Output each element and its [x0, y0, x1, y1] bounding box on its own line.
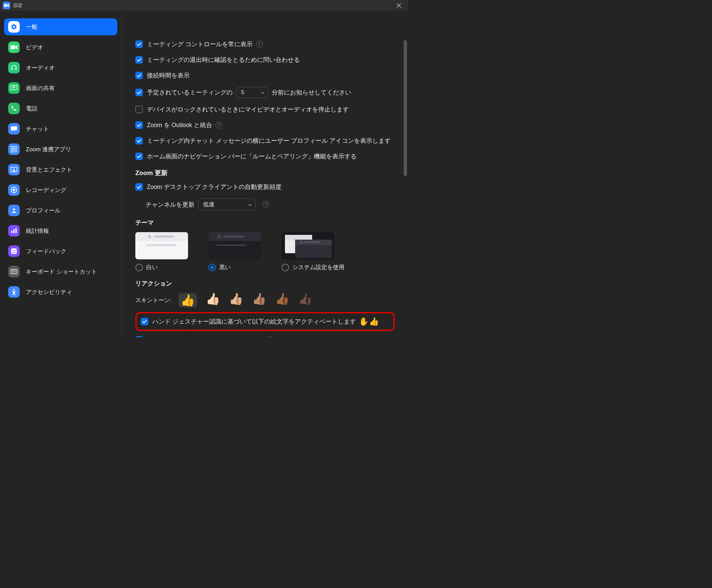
skintone-option-3[interactable]: 👍🏽 — [252, 293, 266, 307]
chat-icon — [8, 123, 20, 135]
sidebar-item-profile[interactable]: プロフィール — [4, 202, 117, 219]
svg-rect-29 — [13, 272, 15, 272]
sidebar-item-label: ビデオ — [26, 44, 43, 51]
checkbox-icon[interactable] — [135, 336, 143, 337]
theme-option-dark[interactable]: 黒い — [208, 232, 261, 271]
content-area: ミーティング コントロールを常に表示 ? ミーティングの退出時に確認をとるために… — [122, 11, 408, 337]
sidebar-item-label: 統計情報 — [26, 227, 49, 235]
close-button[interactable] — [392, 0, 406, 11]
help-icon[interactable]: ? — [216, 122, 222, 128]
checkbox-icon[interactable] — [135, 153, 143, 160]
option-hand-gesture-highlighted[interactable]: ハンド ジェスチャー認識に基づいて以下の絵文字をアクティベートします ✋👍 — [135, 312, 395, 331]
sidebar-item-phone[interactable]: 電話 — [4, 100, 117, 117]
option-chat-profile-icon[interactable]: ミーティング内チャット メッセージの横にユーザー プロフィール アイコンを表示し… — [135, 137, 395, 145]
sidebar-item-apps[interactable]: Zoom 連携アプリ — [4, 141, 117, 158]
sidebar-item-statistics[interactable]: 統計情報 — [4, 222, 117, 239]
titlebar-title: 設定 — [14, 2, 22, 8]
option-stop-av-when-locked[interactable]: デバイスがロックされているときにマイビデオとオーディオを停止します — [135, 105, 395, 114]
option-show-connected-time[interactable]: 接続時間を表示 — [135, 71, 395, 80]
theme-option-light[interactable]: 白い — [135, 232, 188, 271]
skintone-option-4[interactable]: 👍🏾 — [275, 293, 289, 307]
sidebar-item-background[interactable]: 背景とエフェクト — [4, 161, 117, 178]
sidebar-item-video[interactable]: ビデオ — [4, 39, 117, 56]
sidebar-item-label: 画面の共有 — [26, 84, 55, 92]
theme-label: 黒い — [219, 263, 231, 271]
svg-rect-18 — [13, 229, 15, 234]
help-icon[interactable]: ? — [267, 336, 273, 337]
option-reactions-above-toolbar[interactable]: ツールバーの上にリアクションを表示する ? — [135, 336, 395, 337]
sidebar-item-label: プロフィール — [26, 207, 61, 214]
phone-icon — [8, 103, 20, 114]
theme-option-system[interactable]: システム設定を使用 — [282, 232, 344, 271]
checkbox-icon[interactable] — [135, 121, 143, 129]
update-channel-select[interactable]: 低速 — [198, 198, 256, 210]
svg-rect-20 — [11, 248, 17, 254]
svg-point-21 — [13, 250, 14, 251]
sidebar-item-keyboard[interactable]: キーボード ショートカット — [4, 263, 117, 280]
option-remind-before-meeting[interactable]: 予定されているミーティングの 5 分前にお知らせしてください — [135, 87, 395, 98]
help-icon[interactable]: ? — [256, 41, 263, 48]
help-icon[interactable]: ? — [262, 201, 269, 208]
option-confirm-leave[interactable]: ミーティングの退出時に確認をとるために問い合わせる — [135, 56, 395, 64]
option-auto-update[interactable]: Zoom デスクトップ クライアントの自動更新頻度 — [135, 183, 395, 191]
option-outlook-integration[interactable]: Zoom を Outlook と統合 ? — [135, 121, 395, 129]
svg-rect-48 — [304, 241, 320, 243]
sidebar-item-recording[interactable]: レコーディング — [4, 181, 117, 198]
svg-rect-19 — [15, 228, 17, 233]
sidebar-item-general[interactable]: 一般 — [4, 18, 117, 35]
select-value: 5 — [241, 89, 244, 96]
skintone-row: スキントーン: 👍 👍🏻 👍🏼 👍🏽 👍🏾 👍🏿 — [135, 293, 395, 307]
svg-point-31 — [13, 289, 15, 290]
section-heading-reaction: リアクション — [135, 279, 395, 288]
chevron-down-icon — [261, 89, 265, 96]
checkbox-icon[interactable] — [135, 40, 143, 48]
theme-label: システム設定を使用 — [292, 263, 344, 271]
skintone-option-1[interactable]: 👍🏻 — [206, 293, 220, 307]
skintone-option-5[interactable]: 👍🏿 — [298, 293, 312, 307]
checkbox-icon[interactable] — [141, 318, 148, 325]
svg-rect-0 — [4, 4, 7, 7]
sidebar-item-audio[interactable]: オーディオ — [4, 59, 117, 76]
svg-point-34 — [148, 235, 151, 238]
skintone-option-default[interactable]: 👍 — [179, 293, 197, 307]
sidebar-item-label: 電話 — [26, 105, 37, 113]
svg-point-47 — [300, 241, 303, 244]
svg-rect-30 — [15, 272, 16, 272]
sidebar-item-chat[interactable]: チャット — [4, 120, 117, 137]
radio-icon[interactable] — [282, 264, 289, 271]
sidebar-item-label: 一般 — [26, 23, 37, 31]
option-room-pairing-nav[interactable]: ホーム画面のナビゲーション バーに「ルームとペアリング」機能を表示する — [135, 152, 395, 160]
skintone-label: スキントーン: — [135, 296, 172, 304]
checkbox-icon[interactable] — [135, 106, 143, 113]
svg-point-12 — [13, 169, 15, 170]
checkbox-icon[interactable] — [135, 137, 143, 144]
option-label: ミーティング内チャット メッセージの横にユーザー プロフィール アイコンを表示し… — [147, 137, 391, 145]
sidebar-item-accessibility[interactable]: アクセシビリティ — [4, 283, 117, 300]
video-icon — [8, 41, 20, 53]
app-icon — [3, 2, 10, 9]
scrollbar-thumb[interactable] — [404, 40, 407, 176]
checkbox-icon[interactable] — [135, 56, 143, 64]
option-label: Zoom デスクトップ クライアントの自動更新頻度 — [147, 183, 282, 191]
checkbox-icon[interactable] — [135, 183, 143, 191]
skintone-option-2[interactable]: 👍🏼 — [229, 293, 243, 307]
svg-rect-27 — [15, 271, 16, 271]
sidebar-item-feedback[interactable]: フィードバック — [4, 243, 117, 260]
sidebar-item-label: オーディオ — [26, 64, 55, 72]
sidebar-item-label: フィードバック — [26, 247, 66, 255]
titlebar: 設定 — [0, 0, 408, 11]
radio-icon[interactable] — [208, 264, 216, 271]
svg-rect-9 — [11, 150, 14, 152]
sidebar-item-share-screen[interactable]: 画面の共有 — [4, 80, 117, 97]
checkbox-icon[interactable] — [135, 72, 143, 79]
svg-rect-36 — [146, 244, 177, 246]
option-always-show-controls[interactable]: ミーティング コントロールを常に表示 ? — [135, 40, 395, 48]
gear-icon — [8, 21, 20, 33]
radio-icon[interactable] — [135, 264, 143, 271]
update-channel-row: チャンネルを更新 低速 ? — [135, 198, 395, 210]
svg-rect-4 — [12, 68, 13, 70]
checkbox-icon[interactable] — [135, 89, 143, 96]
svg-point-39 — [218, 235, 221, 238]
remind-minutes-select[interactable]: 5 — [236, 87, 268, 98]
option-label: デバイスがロックされているときにマイビデオとオーディオを停止します — [147, 105, 349, 114]
